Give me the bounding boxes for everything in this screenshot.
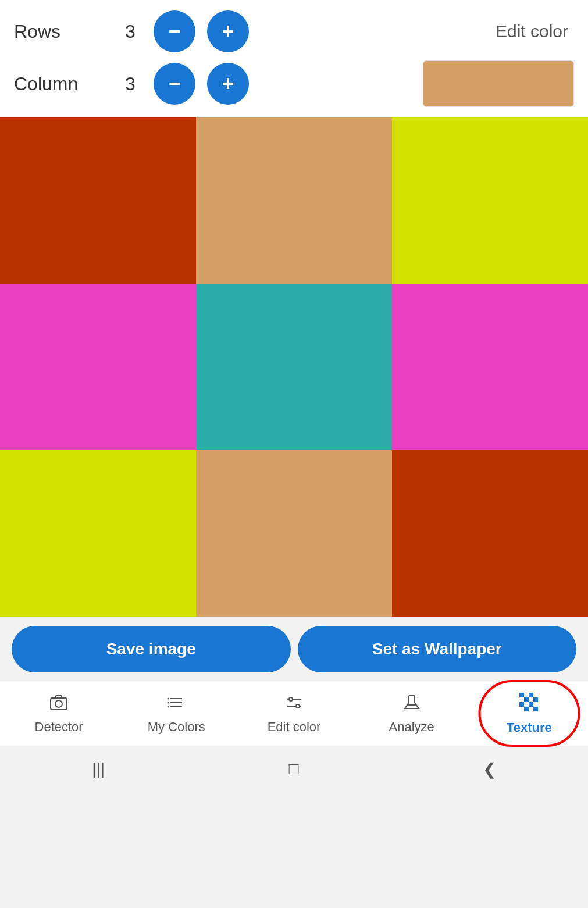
columns-minus-button[interactable]: − bbox=[154, 63, 195, 105]
svg-rect-15 bbox=[519, 693, 524, 697]
rows-value: 3 bbox=[119, 21, 142, 42]
controls-area: Rows 3 − + Edit color Column 3 − + bbox=[0, 0, 588, 117]
nav-label-texture: Texture bbox=[507, 720, 552, 735]
rows-label: Rows bbox=[14, 21, 107, 42]
color-cell-7[interactable] bbox=[196, 450, 392, 617]
flask-icon bbox=[402, 693, 421, 716]
sliders-icon bbox=[285, 693, 304, 716]
color-cell-0[interactable] bbox=[0, 117, 196, 284]
svg-rect-25 bbox=[529, 702, 533, 707]
columns-value: 3 bbox=[119, 73, 142, 95]
edit-color-label: Edit color bbox=[496, 22, 568, 41]
columns-label: Column bbox=[14, 73, 107, 95]
nav-item-analyze[interactable]: Analyze bbox=[353, 682, 471, 746]
columns-plus-button[interactable]: + bbox=[207, 63, 249, 105]
nav-label-mycolors: My Colors bbox=[148, 720, 205, 735]
action-buttons-area: Save image Set as Wallpaper bbox=[0, 617, 588, 682]
svg-rect-23 bbox=[519, 702, 524, 707]
svg-rect-27 bbox=[519, 707, 524, 711]
nav-item-mycolors[interactable]: My Colors bbox=[117, 682, 235, 746]
svg-rect-30 bbox=[533, 707, 538, 711]
nav-item-detector[interactable]: Detector bbox=[0, 682, 117, 746]
nav-label-analyze: Analyze bbox=[389, 720, 434, 735]
svg-rect-18 bbox=[533, 693, 538, 697]
system-nav-bar: ||| □ ❮ bbox=[0, 746, 588, 792]
rows-minus-button[interactable]: − bbox=[154, 10, 195, 52]
color-cell-3[interactable] bbox=[0, 284, 196, 450]
svg-rect-20 bbox=[524, 697, 529, 702]
color-cell-5[interactable] bbox=[392, 284, 588, 450]
back-icon[interactable]: ❮ bbox=[483, 760, 496, 779]
rows-plus-button[interactable]: + bbox=[207, 10, 249, 52]
list-icon bbox=[167, 693, 186, 716]
svg-rect-29 bbox=[529, 707, 533, 711]
svg-rect-17 bbox=[529, 693, 533, 697]
color-cell-1[interactable] bbox=[196, 117, 392, 284]
svg-rect-16 bbox=[524, 693, 529, 697]
columns-control-row: Column 3 − + bbox=[14, 60, 574, 107]
color-grid bbox=[0, 117, 588, 617]
svg-rect-26 bbox=[533, 702, 538, 707]
nav-label-detector: Detector bbox=[35, 720, 83, 735]
rows-control-row: Rows 3 − + Edit color bbox=[14, 10, 574, 52]
nav-item-editcolor[interactable]: Edit color bbox=[235, 682, 352, 746]
recent-apps-icon[interactable]: ||| bbox=[92, 760, 105, 778]
svg-point-1 bbox=[55, 700, 62, 707]
svg-rect-22 bbox=[533, 697, 538, 702]
set-wallpaper-button[interactable]: Set as Wallpaper bbox=[298, 626, 577, 672]
texture-icon bbox=[519, 693, 539, 717]
color-cell-2[interactable] bbox=[392, 117, 588, 284]
color-cell-6[interactable] bbox=[0, 450, 196, 617]
svg-rect-21 bbox=[529, 697, 533, 702]
svg-rect-2 bbox=[56, 696, 62, 699]
svg-point-11 bbox=[289, 697, 293, 701]
color-preview-box[interactable] bbox=[423, 60, 574, 107]
bottom-nav: Detector My Colors Edit color bbox=[0, 682, 588, 746]
nav-item-texture[interactable]: Texture bbox=[471, 682, 588, 746]
svg-rect-24 bbox=[524, 702, 529, 707]
svg-rect-28 bbox=[524, 707, 529, 711]
color-cell-4[interactable] bbox=[196, 284, 392, 450]
camera-icon bbox=[49, 693, 68, 716]
svg-point-12 bbox=[296, 704, 300, 708]
color-cell-8[interactable] bbox=[392, 450, 588, 617]
svg-rect-19 bbox=[519, 697, 524, 702]
home-icon[interactable]: □ bbox=[288, 760, 298, 778]
nav-label-editcolor: Edit color bbox=[268, 720, 321, 735]
save-image-button[interactable]: Save image bbox=[12, 626, 291, 672]
